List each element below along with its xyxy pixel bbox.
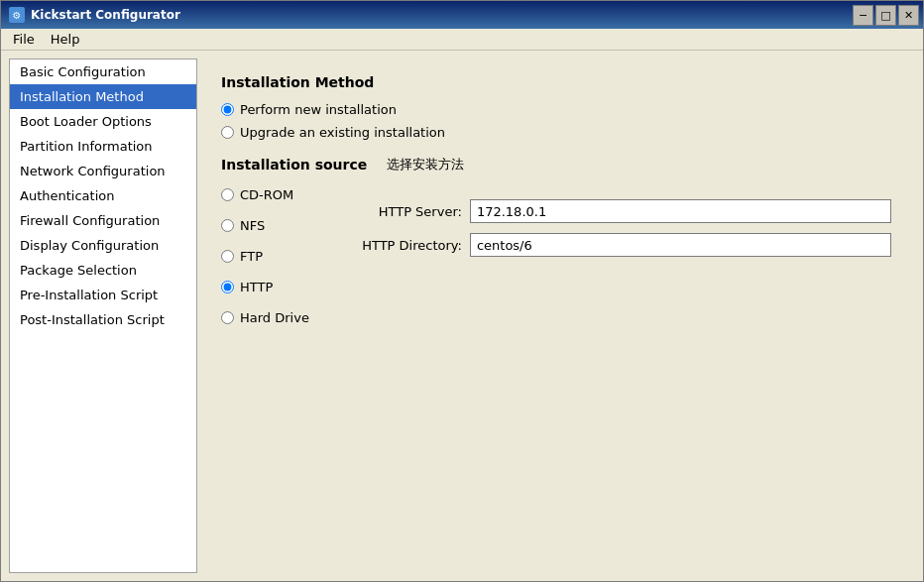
input-http-directory[interactable] (470, 233, 891, 257)
sidebar-item-display-configuration[interactable]: Display Configuration (10, 233, 196, 258)
radio-ftp[interactable] (221, 250, 234, 263)
source-title: Installation source (221, 157, 367, 173)
source-fields: HTTP Server: HTTP Directory: (333, 199, 891, 333)
radio-nfs[interactable] (221, 219, 234, 232)
field-row-http-directory: HTTP Directory: (333, 233, 891, 257)
radio-row-http: HTTP (221, 280, 309, 294)
radio-row-hard-drive: Hard Drive (221, 310, 309, 325)
main-panel: Installation Method Perform new installa… (197, 58, 915, 573)
radio-new-installation[interactable] (221, 103, 234, 116)
sidebar-item-boot-loader-options[interactable]: Boot Loader Options (10, 109, 196, 134)
menu-help[interactable]: Help (43, 30, 88, 49)
installation-options-group: Perform new installation Upgrade an exis… (221, 102, 891, 140)
window-title: Kickstart Configurator (31, 8, 180, 22)
menu-file[interactable]: File (5, 30, 43, 49)
radio-row-ftp: FTP (221, 249, 309, 264)
label-upgrade-installation[interactable]: Upgrade an existing installation (240, 125, 445, 140)
radio-row-nfs: NFS (221, 218, 309, 233)
radio-upgrade-installation[interactable] (221, 126, 234, 139)
radio-row-cdrom: CD-ROM (221, 187, 309, 202)
content-area: Basic Configuration Installation Method … (1, 51, 923, 581)
titlebar-left: ⚙ Kickstart Configurator (9, 7, 180, 23)
label-http[interactable]: HTTP (240, 280, 273, 294)
section-title: Installation Method (221, 74, 891, 90)
titlebar-buttons: ─ □ ✕ (853, 5, 919, 26)
label-hard-drive[interactable]: Hard Drive (240, 310, 309, 325)
radio-row-new-installation: Perform new installation (221, 102, 891, 117)
menubar: File Help (1, 29, 923, 51)
titlebar: ⚙ Kickstart Configurator ─ □ ✕ (1, 1, 923, 29)
app-icon: ⚙ (9, 7, 25, 23)
sidebar-item-post-installation-script[interactable]: Post-Installation Script (10, 307, 196, 332)
minimize-button[interactable]: ─ (853, 5, 873, 26)
input-http-server[interactable] (470, 199, 891, 223)
sidebar-item-pre-installation-script[interactable]: Pre-Installation Script (10, 283, 196, 307)
label-http-server: HTTP Server: (333, 204, 462, 219)
source-layout: CD-ROM NFS FTP HTTP (221, 183, 891, 333)
radio-hard-drive[interactable] (221, 311, 234, 324)
source-options: CD-ROM NFS FTP HTTP (221, 183, 309, 333)
sidebar-item-firewall-configuration[interactable]: Firewall Configuration (10, 208, 196, 233)
source-hint: 选择安装方法 (387, 156, 464, 174)
sidebar: Basic Configuration Installation Method … (9, 58, 197, 573)
label-http-directory: HTTP Directory: (333, 238, 462, 253)
sidebar-item-authentication[interactable]: Authentication (10, 183, 196, 208)
sidebar-item-network-configuration[interactable]: Network Configuration (10, 159, 196, 183)
sidebar-item-partition-information[interactable]: Partition Information (10, 134, 196, 159)
sidebar-item-package-selection[interactable]: Package Selection (10, 258, 196, 283)
label-ftp[interactable]: FTP (240, 249, 263, 264)
sidebar-item-installation-method[interactable]: Installation Method (10, 84, 196, 109)
source-header: Installation source 选择安装方法 (221, 156, 891, 174)
maximize-button[interactable]: □ (875, 5, 896, 26)
radio-row-upgrade-installation: Upgrade an existing installation (221, 125, 891, 140)
close-button[interactable]: ✕ (898, 5, 919, 26)
label-cdrom[interactable]: CD-ROM (240, 187, 293, 202)
label-nfs[interactable]: NFS (240, 218, 265, 233)
field-row-http-server: HTTP Server: (333, 199, 891, 223)
main-window: ⚙ Kickstart Configurator ─ □ ✕ File Help… (0, 0, 924, 582)
radio-http[interactable] (221, 281, 234, 293)
sidebar-item-basic-configuration[interactable]: Basic Configuration (10, 59, 196, 84)
radio-cdrom[interactable] (221, 188, 234, 201)
label-new-installation[interactable]: Perform new installation (240, 102, 397, 117)
